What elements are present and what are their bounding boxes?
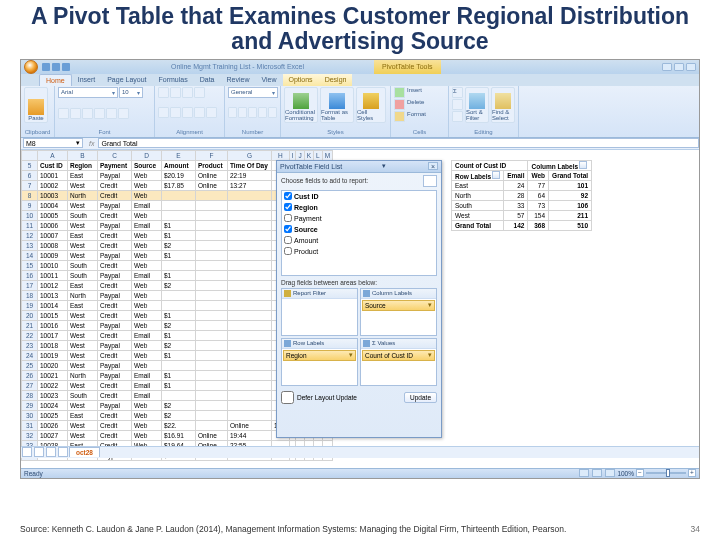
- cell[interactable]: $17.85: [162, 180, 196, 190]
- col-header-B[interactable]: B: [68, 150, 98, 160]
- cell[interactable]: 10018: [38, 340, 68, 350]
- cell[interactable]: 13:27: [228, 180, 272, 190]
- tab-options[interactable]: Options: [283, 74, 319, 86]
- tab-view[interactable]: View: [255, 74, 282, 86]
- cell[interactable]: $1: [162, 310, 196, 320]
- col-header-H[interactable]: H: [272, 150, 290, 160]
- row-header[interactable]: 14: [22, 250, 38, 260]
- cell[interactable]: 10006: [38, 220, 68, 230]
- cell[interactable]: Web: [132, 410, 162, 420]
- cell[interactable]: Paypal: [98, 270, 132, 280]
- comma-button[interactable]: [248, 107, 257, 118]
- col-header-G[interactable]: G: [228, 150, 272, 160]
- cell[interactable]: [196, 410, 228, 420]
- cell[interactable]: 10025: [38, 410, 68, 420]
- cell[interactable]: Credit: [98, 420, 132, 430]
- cell[interactable]: 10002: [38, 180, 68, 190]
- cell[interactable]: $2: [162, 340, 196, 350]
- cell[interactable]: West: [68, 320, 98, 330]
- cell[interactable]: Web: [132, 280, 162, 290]
- cell[interactable]: 10017: [38, 330, 68, 340]
- row-header[interactable]: 5: [22, 160, 38, 170]
- tab-insert[interactable]: Insert: [72, 74, 102, 86]
- tab-formulas[interactable]: Formulas: [153, 74, 194, 86]
- cell[interactable]: [228, 240, 272, 250]
- row-labels-dropdown[interactable]: [492, 171, 500, 179]
- cell[interactable]: [196, 220, 228, 230]
- cell[interactable]: Credit: [98, 410, 132, 420]
- cell[interactable]: 10001: [38, 170, 68, 180]
- col-header-F[interactable]: F: [196, 150, 228, 160]
- cell[interactable]: West: [68, 240, 98, 250]
- cell[interactable]: North: [68, 370, 98, 380]
- cell[interactable]: [228, 280, 272, 290]
- tab-page-layout[interactable]: Page Layout: [101, 74, 152, 86]
- bold-button[interactable]: [58, 108, 69, 119]
- cell[interactable]: [196, 330, 228, 340]
- row-header[interactable]: 32: [22, 430, 38, 440]
- cell[interactable]: 10026: [38, 420, 68, 430]
- cell[interactable]: Credit: [98, 230, 132, 240]
- cell[interactable]: [228, 200, 272, 210]
- cell[interactable]: Web: [132, 250, 162, 260]
- cell[interactable]: West: [68, 180, 98, 190]
- cell[interactable]: West: [68, 200, 98, 210]
- cell[interactable]: West: [68, 330, 98, 340]
- cell[interactable]: 10012: [38, 280, 68, 290]
- paste-button[interactable]: Paste: [24, 87, 48, 123]
- cell[interactable]: $1: [162, 380, 196, 390]
- cell[interactable]: Credit: [98, 300, 132, 310]
- row-header[interactable]: 18: [22, 290, 38, 300]
- cell[interactable]: Email: [132, 200, 162, 210]
- view-layout-button[interactable]: [592, 469, 602, 477]
- field-checkbox-source[interactable]: Source: [282, 224, 436, 235]
- cell[interactable]: $1: [162, 220, 196, 230]
- col-header-M[interactable]: M: [322, 150, 332, 160]
- format-cells-button[interactable]: [394, 111, 405, 122]
- cell[interactable]: 10016: [38, 320, 68, 330]
- tab-review[interactable]: Review: [221, 74, 256, 86]
- cell[interactable]: [162, 190, 196, 200]
- cell[interactable]: 10009: [38, 250, 68, 260]
- cell[interactable]: [196, 360, 228, 370]
- cell[interactable]: West: [68, 250, 98, 260]
- align-bot-button[interactable]: [182, 87, 193, 98]
- cell[interactable]: [228, 330, 272, 340]
- row-header[interactable]: 26: [22, 370, 38, 380]
- cell[interactable]: [196, 260, 228, 270]
- dec-dec-button[interactable]: [268, 107, 277, 118]
- minimize-button[interactable]: [662, 63, 672, 71]
- fill-color-button[interactable]: [106, 108, 117, 119]
- cell[interactable]: Credit: [98, 330, 132, 340]
- cell[interactable]: Web: [132, 240, 162, 250]
- cell[interactable]: West: [68, 350, 98, 360]
- cell[interactable]: 10015: [38, 310, 68, 320]
- font-color-button[interactable]: [118, 108, 129, 119]
- cell[interactable]: [228, 300, 272, 310]
- zoom-slider[interactable]: [646, 472, 686, 474]
- defer-layout-checkbox[interactable]: [281, 391, 294, 404]
- percent-button[interactable]: [238, 107, 247, 118]
- cell[interactable]: [196, 380, 228, 390]
- align-left-button[interactable]: [158, 107, 169, 118]
- cell[interactable]: East: [68, 170, 98, 180]
- cell[interactable]: West: [68, 380, 98, 390]
- cell[interactable]: [162, 300, 196, 310]
- cell[interactable]: [162, 360, 196, 370]
- cell[interactable]: Credit: [98, 390, 132, 400]
- indent-dec-button[interactable]: [194, 107, 205, 118]
- cell[interactable]: 10021: [38, 370, 68, 380]
- cell[interactable]: Web: [132, 230, 162, 240]
- cell[interactable]: [196, 300, 228, 310]
- row-header[interactable]: 27: [22, 380, 38, 390]
- sort-filter-button[interactable]: Sort & Filter: [465, 87, 489, 123]
- chip-source[interactable]: Source▾: [362, 300, 435, 311]
- tab-nav-next[interactable]: [46, 447, 56, 457]
- col-header-E[interactable]: E: [162, 150, 196, 160]
- cell[interactable]: Web: [132, 180, 162, 190]
- row-header[interactable]: 7: [22, 180, 38, 190]
- tab-nav-last[interactable]: [58, 447, 68, 457]
- clear-button[interactable]: [452, 111, 463, 122]
- cell[interactable]: Email: [132, 380, 162, 390]
- dec-inc-button[interactable]: [258, 107, 267, 118]
